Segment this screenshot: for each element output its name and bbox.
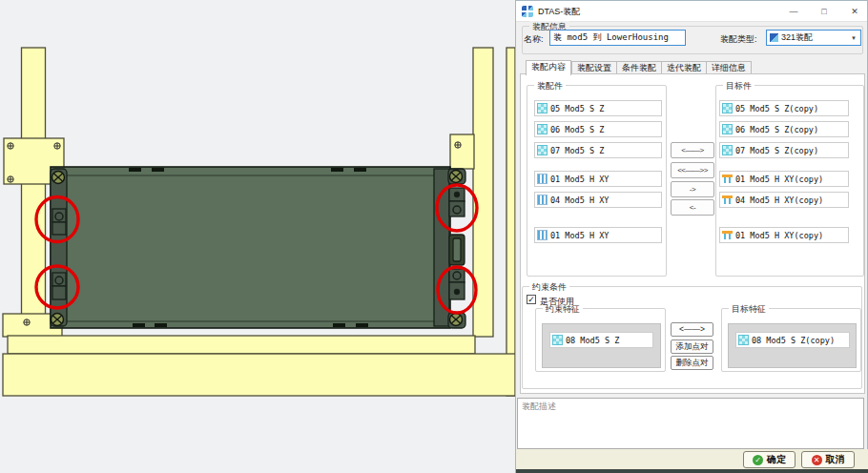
list-item[interactable]: 01 Mod5 H XY(copy) — [719, 227, 849, 243]
assembly-type-icon — [770, 33, 778, 42]
list-item[interactable]: 07 Mod5 S Z(copy) — [719, 142, 849, 158]
name-label: 名称: — [524, 33, 544, 46]
list-item-label: 01 Mod5 H XY(copy) — [735, 175, 823, 184]
feature-icon — [722, 124, 733, 134]
dialog-window: DTAS-装配 — □ ✕ 装配信息 名称: 装配类型: 321装配 ▼ 装配内… — [515, 0, 868, 473]
assembly-type-select[interactable]: 321装配 ▼ — [766, 30, 861, 46]
module-board — [51, 167, 465, 328]
list-item-label: 01 Mod5 H XY(copy) — [735, 231, 823, 240]
assembly-type-value: 321装配 — [781, 31, 813, 44]
cancel-button[interactable]: ✕ 取消 — [801, 451, 855, 468]
list-item[interactable]: 07 Mod5 S Z — [534, 142, 662, 158]
tab-details[interactable]: 详细信息 — [706, 61, 752, 74]
list-item-label: 06 Mod5 S Z — [550, 125, 604, 134]
list-item[interactable]: 08 Mod5 S Z(copy) — [735, 332, 850, 348]
swap-one-button[interactable]: <——> — [671, 142, 714, 158]
tab-assembly-settings[interactable]: 装配设置 — [571, 61, 617, 74]
group-label: 目标特征 — [729, 303, 769, 316]
ok-button-label: 确定 — [767, 453, 786, 466]
list-item[interactable]: 01 Mod5 H XY(copy) — [719, 171, 849, 187]
name-input[interactable] — [549, 30, 686, 46]
chevron-down-icon: ▼ — [851, 35, 857, 41]
feature-icon — [722, 195, 733, 205]
use-constraint-label: 是否使用 — [540, 296, 574, 308]
list-item-label: 05 Mod5 S Z(copy) — [735, 104, 818, 113]
list-item[interactable]: 01 Mod5 H XY — [534, 227, 662, 243]
feature-icon — [537, 174, 548, 184]
bottom-rail-base — [3, 354, 515, 396]
bottom-rail-front — [8, 336, 475, 354]
feature-icon — [722, 174, 733, 184]
cancel-button-label: 取消 — [826, 453, 845, 466]
pair-swap-button[interactable]: <——> — [671, 322, 713, 337]
list-item[interactable]: 08 Mod5 S Z — [549, 332, 653, 348]
move-left-button[interactable]: <- — [671, 199, 714, 216]
list-item-label: 01 Mod5 H XY — [550, 231, 609, 240]
feature-icon — [537, 103, 548, 113]
close-button[interactable]: ✕ — [840, 1, 868, 22]
tab-conditional-assembly[interactable]: 条件装配 — [616, 61, 662, 74]
list-item[interactable]: 04 Mod5 H XY — [534, 192, 662, 208]
list-item[interactable]: 05 Mod5 S Z — [534, 100, 662, 116]
ok-button[interactable]: ✓ 确定 — [743, 451, 796, 468]
list-item-label: 05 Mod5 S Z — [550, 104, 604, 113]
group-label: 目标件 — [723, 80, 754, 93]
app-icon — [522, 6, 533, 17]
feature-icon — [722, 230, 733, 240]
maximize-button[interactable]: □ — [810, 1, 838, 22]
feature-icon — [738, 335, 749, 345]
minimize-button[interactable]: — — [779, 1, 808, 22]
tab-assembly-content[interactable]: 装配内容 — [526, 60, 571, 75]
feature-icon — [552, 335, 563, 345]
feature-icon — [537, 145, 548, 155]
far-right-column — [506, 48, 515, 396]
feature-icon — [722, 103, 733, 113]
list-item[interactable]: 06 Mod5 S Z(copy) — [719, 121, 849, 137]
type-label: 装配类型: — [720, 33, 757, 46]
list-item[interactable]: 04 Mod5 H XY(copy) — [719, 192, 849, 208]
swap-all-button[interactable]: <<——>> — [671, 162, 714, 178]
list-item-label: 07 Mod5 S Z(copy) — [735, 146, 818, 155]
description-textarea[interactable] — [517, 398, 864, 449]
list-item-label: 06 Mod5 S Z(copy) — [735, 125, 818, 134]
move-right-button[interactable]: -> — [671, 181, 714, 197]
tab-iterative-assembly[interactable]: 迭代装配 — [661, 61, 707, 74]
list-item-label: 07 Mod5 S Z — [550, 146, 604, 155]
list-item-label: 08 Mod5 S Z(copy) — [752, 336, 835, 345]
list-item-label: 01 Mod5 H XY — [550, 175, 609, 184]
screen: DTAS-装配 — □ ✕ 装配信息 名称: 装配类型: 321装配 ▼ 装配内… — [0, 0, 868, 473]
list-item[interactable]: 06 Mod5 S Z — [534, 121, 662, 137]
title-bar: DTAS-装配 — □ ✕ — [516, 1, 867, 22]
group-label: 约束条件 — [529, 281, 569, 294]
window-title: DTAS-装配 — [538, 6, 580, 18]
list-item-label: 04 Mod5 H XY(copy) — [735, 195, 823, 205]
list-item[interactable]: 05 Mod5 S Z(copy) — [719, 100, 849, 116]
left-rail — [51, 169, 67, 326]
x-icon: ✕ — [812, 455, 822, 465]
feature-icon — [537, 124, 548, 134]
add-pair-button[interactable]: 添加点对 — [671, 339, 713, 354]
window-bottom-edge — [516, 469, 868, 473]
footer-bar: ✓ 确定 ✕ 取消 — [516, 449, 868, 469]
feature-icon — [722, 145, 733, 155]
check-icon: ✓ — [753, 455, 763, 465]
right-bracket-plate — [450, 134, 474, 169]
remove-pair-button[interactable]: 删除点对 — [671, 356, 713, 370]
feature-icon — [537, 195, 548, 205]
list-item-label: 04 Mod5 H XY — [550, 195, 609, 205]
cad-viewport — [0, 0, 515, 473]
use-constraint-checkbox[interactable]: ✓ — [527, 295, 536, 304]
left-column — [22, 48, 46, 337]
group-label: 装配件 — [534, 80, 566, 93]
list-item[interactable]: 01 Mod5 H XY — [534, 171, 662, 187]
feature-icon — [537, 230, 548, 240]
list-item-label: 08 Mod5 S Z — [566, 336, 619, 345]
